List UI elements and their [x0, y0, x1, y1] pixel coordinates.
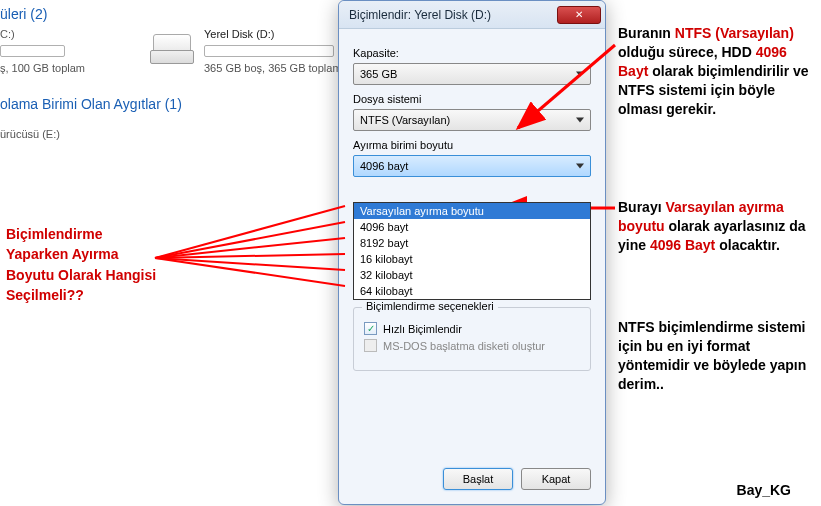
annotation-left: Biçimlendirme Yaparken Ayırma Boyutu Ola… — [6, 224, 156, 305]
close-icon[interactable]: ✕ — [557, 6, 601, 24]
dialog-titlebar[interactable]: Biçimlendir: Yerel Disk (D:) ✕ — [339, 1, 605, 29]
format-options-title: Biçimlendirme seçenekleri — [362, 300, 498, 312]
drive-c-sub: ş, 100 GB toplam — [0, 62, 85, 74]
alloc-option-64k[interactable]: 64 kilobayt — [354, 283, 590, 299]
drive-c-progress — [0, 45, 65, 57]
capacity-select[interactable]: 365 GB — [353, 63, 591, 85]
drives-heading: üleri (2) — [0, 6, 47, 22]
alloc-option-8192[interactable]: 8192 bayt — [354, 235, 590, 251]
allocation-label: Ayırma birimi boyutu — [353, 139, 591, 151]
drive-c-label: C:) — [0, 28, 15, 40]
annotation-right-1: Buranın NTFS (Varsayılan) olduğu sürece,… — [618, 24, 818, 118]
alloc-option-default[interactable]: Varsayılan ayırma boyutu — [354, 203, 590, 219]
alloc-option-4096[interactable]: 4096 bayt — [354, 219, 590, 235]
close-button[interactable]: Kapat — [521, 468, 591, 490]
filesystem-value: NTFS (Varsayılan) — [360, 114, 450, 126]
format-options-group: Biçimlendirme seçenekleri ✓ Hızlı Biçiml… — [353, 307, 591, 371]
msdos-checkbox — [364, 339, 377, 352]
hdd-icon — [148, 32, 196, 64]
allocation-dropdown[interactable]: Varsayılan ayırma boyutu 4096 bayt 8192 … — [353, 202, 591, 300]
svg-line-4 — [155, 222, 345, 258]
signature: Bay_KG — [737, 482, 791, 498]
dialog-title: Biçimlendir: Yerel Disk (D:) — [349, 8, 557, 22]
svg-line-8 — [155, 258, 345, 286]
drive-d-sub: 365 GB boş, 365 GB toplam — [204, 62, 342, 74]
msdos-label: MS-DOS başlatma disketi oluştur — [383, 340, 545, 352]
filesystem-label: Dosya sistemi — [353, 93, 591, 105]
annotation-right-3: NTFS biçimlendirme sistemi için bu en iy… — [618, 318, 818, 394]
drive-d-progress — [204, 45, 334, 57]
svg-line-6 — [155, 254, 345, 258]
quick-format-row[interactable]: ✓ Hızlı Biçimlendir — [364, 322, 580, 335]
drive-d-label: Yerel Disk (D:) — [204, 28, 275, 40]
quick-format-checkbox[interactable]: ✓ — [364, 322, 377, 335]
allocation-value: 4096 bayt — [360, 160, 408, 172]
filesystem-select[interactable]: NTFS (Varsayılan) — [353, 109, 591, 131]
capacity-label: Kapasite: — [353, 47, 591, 59]
removable-heading: olama Birimi Olan Aygıtlar (1) — [0, 96, 182, 112]
alloc-option-16k[interactable]: 16 kilobayt — [354, 251, 590, 267]
quick-format-label: Hızlı Biçimlendir — [383, 323, 462, 335]
drive-e-label: ürücüsü (E:) — [0, 128, 60, 140]
msdos-row: MS-DOS başlatma disketi oluştur — [364, 339, 580, 352]
start-button[interactable]: Başlat — [443, 468, 513, 490]
svg-line-3 — [155, 206, 345, 258]
format-dialog: Biçimlendir: Yerel Disk (D:) ✕ Kapasite:… — [338, 0, 606, 505]
capacity-value: 365 GB — [360, 68, 397, 80]
allocation-select[interactable]: 4096 bayt — [353, 155, 591, 177]
svg-line-7 — [155, 258, 345, 270]
annotation-right-2: Burayı Varsayılan ayırma boyutu olarak a… — [618, 198, 818, 255]
svg-line-5 — [155, 238, 345, 258]
alloc-option-32k[interactable]: 32 kilobayt — [354, 267, 590, 283]
